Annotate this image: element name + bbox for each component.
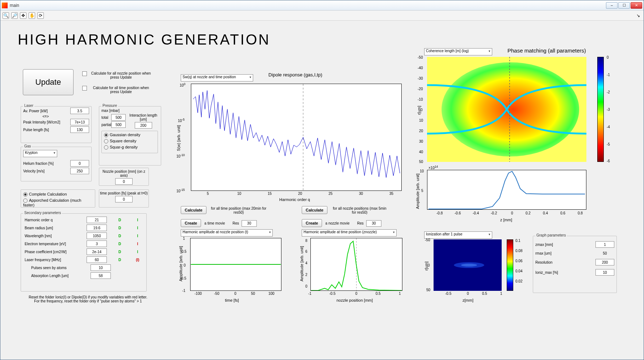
window-title: main [10, 3, 606, 8]
calc-time-button[interactable]: Calculate [181, 206, 206, 214]
time-pos-label: time position [fs] (peak at t=0) [99, 191, 149, 195]
square-radio[interactable] [104, 139, 108, 143]
nozzle-pos-label: Nozzle position [mm] (on z axis) [99, 169, 149, 177]
complete-calc-label: Complete Calculation [29, 192, 67, 196]
graph-params-panel: Graph parameters zmax [mm] rmax [um]50 R… [533, 236, 617, 293]
peak-input[interactable] [70, 119, 89, 125]
close-button[interactable]: ✕ [631, 2, 642, 9]
partial-input[interactable] [111, 121, 126, 128]
int-length-input[interactable] [135, 122, 152, 129]
sec-label: Electron temperature [eV] [25, 242, 79, 246]
ioniz-heatmap[interactable] [434, 239, 502, 291]
sec-i: I [133, 234, 143, 238]
pulses-seen-input[interactable] [91, 264, 111, 271]
toolbar-menu-icon[interactable]: ↘ [635, 12, 641, 19]
calc-time-text: for all time position (max 20min for res… [210, 206, 268, 214]
update-button[interactable]: Update [23, 69, 74, 95]
res-nozzle-input[interactable] [366, 220, 381, 227]
velocity-input[interactable] [70, 168, 89, 174]
sec-label: Wavelength [nm] [25, 234, 79, 238]
create-nozzle-button[interactable]: Create [302, 219, 322, 227]
res-time-input[interactable] [242, 220, 257, 227]
sec-d: D [115, 250, 125, 254]
secondary-row: Wavelength [nm]DI [25, 233, 143, 239]
sec-i: I [133, 250, 143, 254]
zmax-input[interactable] [595, 241, 614, 248]
time-amp-dropdown[interactable]: Harmonic amplitude at nozzle position (t… [181, 229, 273, 236]
main-window: main – ☐ ✕ 🔍 🔎 ✥ ✋ ⟳ ↘ HIGH HARMONIC GEN… [0, 0, 644, 360]
complete-calc-radio[interactable] [23, 192, 28, 197]
sec-input[interactable] [87, 233, 107, 239]
ioniz-colorbar [507, 239, 513, 291]
amp-vs-z-plot[interactable] [427, 170, 586, 210]
create-nozzle-text: a nozzle movie [325, 221, 350, 225]
sec-label: Laser frequency [MHz] [25, 258, 79, 262]
squarg-label: Squar-g density [110, 145, 138, 149]
nozzle-amp-dropdown[interactable]: Harmonic amplitude at time position (zno… [302, 229, 397, 236]
velocity-label: Velocity [m/s] [23, 169, 70, 173]
graph-params-title: Graph parameters [535, 233, 567, 237]
time-amp-plot[interactable] [190, 238, 281, 291]
time-pos-panel: time position [fs] (peak at t=0) [99, 189, 149, 208]
dipole-xlabel: Harmonic order q [279, 197, 310, 202]
gaussian-radio[interactable] [104, 133, 108, 137]
helium-label: Helium fraction [%] [23, 162, 70, 166]
create-time-button[interactable]: Create [181, 219, 201, 227]
phasematch-heatmap[interactable] [427, 57, 586, 162]
sec-d: D [115, 234, 125, 238]
helium-input[interactable] [70, 160, 89, 167]
ionizmax-input[interactable] [595, 269, 614, 276]
apporched-calc-radio[interactable] [23, 198, 28, 203]
canvas: HIGH HARMONIC GENERATION Update Calculat… [0, 21, 644, 360]
sec-i: I [133, 218, 143, 222]
partial-label: partial [101, 123, 111, 127]
maximize-button[interactable]: ☐ [618, 2, 630, 9]
absorption-input[interactable] [91, 272, 111, 279]
calc-mode-panel: Complete Calculation Apporched Calculati… [21, 189, 95, 208]
zoom-out-icon[interactable]: 🔎 [11, 12, 18, 19]
phasematch-dropdown[interactable]: Coherence length [m] (log) [424, 48, 492, 55]
ioniz-dropdown[interactable]: Ionization after 1 pulse [424, 231, 492, 239]
gaussian-label: Gaussian density [110, 133, 140, 137]
total-input[interactable] [111, 114, 126, 121]
nozzle-pos-input[interactable] [115, 178, 133, 185]
app-icon [2, 3, 8, 8]
pressure-title: Pressure [101, 104, 118, 108]
calc-all-time-checkbox[interactable] [82, 86, 87, 91]
zoom-in-icon[interactable]: 🔍 [3, 12, 9, 19]
time-checkbox-row: Calculate for all time position when pre… [82, 86, 155, 94]
pulse-label: Pulse length [fs] [23, 128, 70, 132]
sec-label: Phase coefficient [cm2/W] [25, 250, 79, 254]
calc-nozzle-row: Calculate for all nozzle positions (max … [302, 206, 389, 214]
sec-i: (I) [133, 258, 143, 262]
time-pos-input[interactable] [115, 196, 133, 202]
minimize-button[interactable]: – [606, 2, 618, 9]
sec-d: D [115, 226, 125, 230]
svg-point-4 [442, 62, 579, 156]
rotate-icon[interactable]: ⟳ [37, 12, 44, 19]
pan-icon[interactable]: ✥ [20, 12, 26, 19]
amp-ylabel: Amplitude [arb. unit] [415, 173, 420, 209]
gas-type-select[interactable]: Krypton [23, 150, 57, 157]
sec-input[interactable] [87, 256, 107, 263]
av-power-input[interactable] [70, 108, 89, 114]
create-time-row: Create a time movie Res [181, 219, 257, 227]
titlebar[interactable]: main – ☐ ✕ [0, 0, 644, 11]
sec-input[interactable] [87, 225, 107, 231]
eq-label: <=> [23, 114, 89, 118]
calc-nozzle-button[interactable]: Calculate [302, 206, 327, 214]
phasematch-colorbar [597, 57, 604, 162]
hand-icon[interactable]: ✋ [29, 12, 35, 19]
sec-input[interactable] [87, 248, 107, 255]
pulse-input[interactable] [70, 126, 89, 133]
sec-input[interactable] [87, 217, 107, 223]
calc-all-nozzle-checkbox[interactable] [82, 71, 87, 76]
dipole-plot[interactable] [191, 84, 402, 191]
nozzle-amp-plot[interactable] [310, 238, 402, 291]
dipole-dropdown[interactable]: Sw(q) at nozzle and time position [181, 74, 253, 81]
sec-input[interactable] [87, 240, 107, 247]
squarg-radio[interactable] [104, 145, 108, 150]
pulses-seen-label: Pulses seen by atoms [31, 266, 79, 270]
rmax-value: 50 [595, 251, 614, 255]
resolution-input[interactable] [595, 259, 614, 265]
